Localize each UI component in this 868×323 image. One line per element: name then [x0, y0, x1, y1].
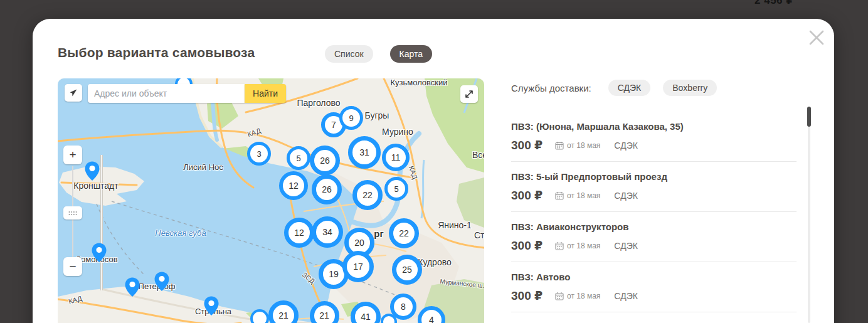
pickup-point-price: 300 ₽ — [511, 188, 555, 203]
map-cluster[interactable] — [250, 309, 269, 323]
map-cluster[interactable]: 17 — [342, 251, 374, 282]
delivery-service-chips: СДЭКBoxberry — [608, 80, 730, 96]
map-cluster[interactable]: 9 — [339, 106, 363, 130]
map-cluster[interactable]: 25 — [392, 255, 422, 285]
geolocation-icon — [68, 88, 78, 98]
map-cluster[interactable]: 26 — [312, 174, 342, 204]
map-cluster[interactable]: 22 — [389, 218, 419, 248]
map-searchbar: Найти — [65, 84, 286, 103]
pin-icon — [204, 296, 219, 316]
panel-scrollbar-thumb[interactable] — [807, 107, 811, 127]
pickup-point-name: ПВЗ: (Юнона, Маршала Казакова, 35) — [511, 121, 797, 132]
pickup-point-service: СДЭК — [614, 241, 638, 251]
view-mode-tabs: СписокКарта — [325, 45, 432, 63]
geolocation-button[interactable] — [65, 84, 82, 102]
pickup-point-price: 300 ₽ — [511, 138, 555, 152]
pickup-point-service: СДЭК — [614, 291, 638, 301]
service-chip-boxberry[interactable]: Boxberry — [663, 80, 717, 96]
map-cluster[interactable]: 5 — [287, 146, 310, 170]
map-cluster[interactable]: 11 — [382, 144, 410, 171]
pickup-point-item[interactable]: ПВЗ: Автово300 ₽от 18 маяСДЭК — [511, 262, 797, 312]
modal-title: Выбор варианта самовывоза — [58, 45, 255, 60]
pickup-point-service: СДЭК — [614, 191, 638, 201]
tab-map[interactable]: Карта — [390, 45, 432, 63]
map-cluster[interactable]: 3 — [247, 142, 271, 166]
map-cluster[interactable]: 12 — [284, 218, 314, 248]
map-pin[interactable] — [204, 296, 219, 316]
map-canvas — [58, 78, 484, 323]
zoom-handle-dots-icon — [68, 211, 77, 216]
map-cluster[interactable]: 26 — [310, 146, 340, 176]
pin-icon — [92, 243, 107, 263]
map-cluster[interactable]: 22 — [352, 180, 383, 210]
calendar-icon — [555, 241, 564, 250]
delivery-services-row: Службы доставки: СДЭКBoxberry — [511, 80, 809, 96]
pickup-points-panel: Службы доставки: СДЭКBoxberry ПВЗ: (Юнон… — [511, 80, 809, 96]
pickup-points-list: ПВЗ: (Юнона, Маршала Казакова, 35)300 ₽о… — [511, 112, 797, 323]
map-cluster[interactable]: 5 — [384, 177, 408, 201]
map-pin[interactable] — [154, 272, 169, 292]
map-pin[interactable] — [92, 243, 107, 263]
close-icon — [807, 28, 827, 48]
pickup-point-service: СДЭК — [614, 140, 638, 151]
pickup-point-item[interactable]: ПВЗ: 5-ый Предпортовый проезд300 ₽от 18 … — [511, 162, 797, 212]
pickup-point-price: 300 ₽ — [511, 289, 555, 303]
service-chip-сдэк[interactable]: СДЭК — [608, 80, 651, 96]
map-search-button[interactable]: Найти — [245, 84, 286, 103]
pin-icon — [154, 272, 169, 292]
fullscreen-button[interactable] — [460, 85, 478, 103]
pickup-map[interactable]: КузьмоловскийПарголовоБугрыМуриноВсеЛиси… — [58, 78, 484, 323]
pickup-selection-modal: Выбор варианта самовывоза СписокКарта — [33, 19, 834, 323]
pickup-point-item[interactable]: ПВЗ: Балтийская Жемчужина300 ₽от 18 маяС… — [511, 312, 797, 323]
pickup-point-date: от 18 мая — [567, 191, 600, 200]
map-search-input[interactable] — [88, 84, 245, 103]
pickup-point-details: 300 ₽от 18 маяСДЭК — [511, 188, 797, 203]
pickup-point-name: ПВЗ: 5-ый Предпортовый проезд — [511, 171, 797, 182]
calendar-icon — [555, 292, 564, 300]
map-pin[interactable] — [125, 277, 140, 297]
map-cluster[interactable]: 34 — [312, 216, 343, 248]
pin-icon — [125, 277, 140, 297]
panel-scrollbar-track[interactable] — [808, 107, 810, 323]
map-cluster[interactable]: 12 — [279, 171, 308, 200]
modal-header: Выбор варианта самовывоза СписокКарта — [58, 45, 797, 60]
pin-icon — [85, 161, 100, 181]
delivery-services-label: Службы доставки: — [511, 83, 591, 93]
pickup-point-date: от 18 мая — [567, 241, 600, 250]
expand-icon — [464, 89, 474, 99]
calendar-icon — [555, 191, 564, 200]
background-header-price: 2 456 ₽ — [754, 0, 830, 5]
map-pin[interactable] — [85, 161, 100, 181]
map-cluster[interactable]: 31 — [348, 136, 381, 169]
zoom-in-button[interactable]: + — [63, 146, 82, 164]
tab-list[interactable]: Список — [325, 45, 373, 63]
pickup-point-details: 300 ₽от 18 маяСДЭК — [511, 138, 797, 152]
pickup-point-price: 300 ₽ — [511, 238, 555, 253]
pickup-point-date: от 18 мая — [567, 292, 600, 300]
pickup-point-name: ПВЗ: Автово — [511, 272, 797, 282]
pickup-point-item[interactable]: ПВЗ: Авиаконструкторов300 ₽от 18 маяСДЭК — [511, 212, 797, 262]
zoom-slider-handle[interactable] — [63, 206, 82, 220]
close-button[interactable] — [807, 28, 827, 48]
calendar-icon — [555, 141, 564, 150]
zoom-out-button[interactable]: − — [63, 257, 82, 276]
pickup-point-details: 300 ₽от 18 маяСДЭК — [511, 289, 797, 303]
pickup-point-details: 300 ₽от 18 маяСДЭК — [511, 238, 797, 253]
pickup-point-date: от 18 мая — [567, 141, 600, 150]
pickup-point-name: ПВЗ: Авиаконструкторов — [511, 221, 797, 232]
pickup-point-item[interactable]: ПВЗ: (Юнона, Маршала Казакова, 35)300 ₽о… — [511, 112, 797, 162]
